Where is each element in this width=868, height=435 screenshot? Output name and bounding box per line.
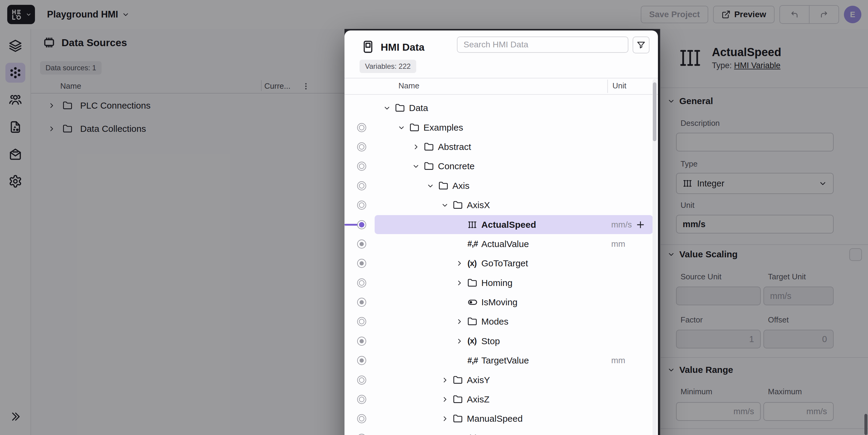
- chevron-right-icon[interactable]: [441, 376, 453, 384]
- radio-icon[interactable]: [357, 298, 366, 307]
- plus-icon: [635, 220, 646, 230]
- folder-icon: [467, 317, 481, 326]
- radio-icon[interactable]: [357, 356, 366, 365]
- tree-row[interactable]: MachineState: [344, 429, 658, 435]
- tree-row[interactable]: IsMoving: [344, 293, 658, 312]
- chevron-right-icon[interactable]: [456, 279, 467, 287]
- decimal-type-icon: #,#: [467, 356, 481, 365]
- radio-icon[interactable]: [357, 337, 366, 346]
- function-type-icon: (x): [467, 336, 481, 346]
- decimal-type-icon: #,#: [467, 239, 481, 249]
- scrollbar-track[interactable]: [652, 79, 657, 435]
- radio-icon[interactable]: [357, 162, 366, 171]
- radio-icon[interactable]: [357, 142, 366, 151]
- tree-row[interactable]: #,# TargetValue mm: [344, 351, 658, 370]
- folder-icon: [467, 278, 481, 288]
- tree-row[interactable]: ManualSpeed: [344, 409, 658, 428]
- boolean-type-icon: [467, 297, 481, 308]
- radio-icon[interactable]: [357, 414, 366, 423]
- folder-icon: [410, 123, 424, 133]
- radio-selected-icon[interactable]: [357, 220, 366, 229]
- modal-title: HMI Data: [381, 41, 424, 53]
- radio-icon[interactable]: [357, 201, 366, 210]
- chevron-right-icon[interactable]: [412, 143, 424, 151]
- unit-value: mm/s: [611, 220, 632, 230]
- tree-row[interactable]: Homing: [344, 273, 658, 293]
- folder-icon: [424, 142, 438, 152]
- radio-icon[interactable]: [357, 279, 366, 288]
- radio-icon[interactable]: [357, 434, 366, 435]
- tree-row[interactable]: Axis: [344, 176, 658, 196]
- radio-icon[interactable]: [357, 259, 366, 268]
- chevron-right-icon[interactable]: [441, 396, 453, 403]
- column-divider[interactable]: [607, 80, 608, 93]
- unit-value: mm: [611, 239, 625, 249]
- unit-value: mm: [611, 356, 625, 365]
- integer-type-icon: [467, 220, 481, 230]
- tree-row[interactable]: (x) GoToTarget: [344, 254, 658, 273]
- add-variable-button[interactable]: [634, 219, 647, 231]
- folder-icon: [438, 181, 453, 191]
- funnel-icon: [637, 40, 646, 50]
- folder-icon: [453, 395, 467, 404]
- tree-row-selected[interactable]: ActualSpeed mm/s: [344, 215, 658, 234]
- tree-row[interactable]: Abstract: [344, 137, 658, 156]
- filter-button[interactable]: [632, 36, 650, 53]
- hmi-panel-icon: [361, 40, 375, 54]
- radio-icon[interactable]: [357, 239, 366, 249]
- radio-icon[interactable]: [357, 181, 366, 190]
- chevron-down-icon[interactable]: [398, 124, 410, 132]
- hmi-data-tree: Data Examples Abstract: [344, 98, 658, 435]
- chevron-right-icon[interactable]: [456, 318, 467, 325]
- function-type-icon: (x): [467, 259, 481, 268]
- tree-row[interactable]: Modes: [344, 312, 658, 331]
- scrollbar-thumb[interactable]: [653, 82, 656, 141]
- column-name[interactable]: Name: [398, 81, 419, 90]
- folder-icon: [453, 200, 467, 210]
- tree-row[interactable]: Concrete: [344, 156, 658, 176]
- radio-icon[interactable]: [357, 123, 366, 132]
- chevron-down-icon[interactable]: [427, 182, 438, 190]
- app-root: Playground HMI Save Project Preview: [0, 0, 868, 435]
- tree-row[interactable]: #,# ActualValue mm: [344, 234, 658, 254]
- hmi-data-modal: HMI Data Variables: 222 Name Unit Data: [344, 30, 658, 435]
- tree-row[interactable]: AxisX: [344, 196, 658, 215]
- search-input[interactable]: [457, 36, 628, 53]
- folder-icon: [424, 162, 438, 171]
- chevron-down-icon[interactable]: [412, 162, 424, 170]
- folder-icon: [453, 414, 467, 424]
- chevron-right-icon[interactable]: [441, 415, 453, 423]
- tree-row[interactable]: (x) Stop: [344, 331, 658, 351]
- tree-row[interactable]: Data: [344, 98, 658, 118]
- chevron-right-icon[interactable]: [456, 259, 467, 267]
- table-header: Name Unit: [344, 78, 658, 95]
- variables-count-badge: Variables: 222: [360, 60, 416, 73]
- column-unit[interactable]: Unit: [613, 81, 626, 90]
- radio-icon[interactable]: [357, 317, 366, 326]
- folder-icon: [395, 103, 409, 113]
- tree-row[interactable]: Examples: [344, 118, 658, 137]
- folder-icon: [453, 375, 467, 385]
- tree-row[interactable]: AxisZ: [344, 390, 658, 409]
- integer-type-icon: [438, 434, 453, 435]
- radio-icon[interactable]: [357, 376, 366, 385]
- tree-row[interactable]: AxisY: [344, 370, 658, 389]
- chevron-down-icon[interactable]: [383, 104, 395, 112]
- chevron-down-icon[interactable]: [441, 201, 453, 209]
- radio-icon[interactable]: [357, 395, 366, 404]
- chevron-right-icon[interactable]: [456, 337, 467, 345]
